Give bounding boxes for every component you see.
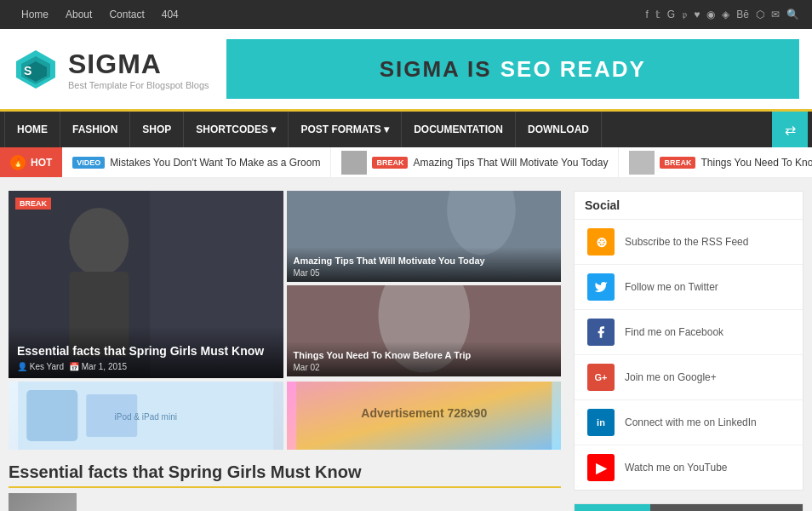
ticker-item: BREAK Things You Need To Know Before A T…: [619, 147, 812, 178]
instagram-topicon[interactable]: ⬡: [756, 9, 764, 20]
svg-rect-15: [26, 390, 77, 441]
rss-label: Subscribe to the RSS Feed: [625, 236, 748, 248]
small-post-1-title: Amazing Tips That Will Motivate You Toda…: [294, 256, 555, 267]
bottom-post-thumb: [9, 493, 77, 511]
svg-text:Advertisement 728x90: Advertisement 728x90: [361, 406, 487, 420]
main-nav: Home Fashion Shop Shortcodes ▾ Post Form…: [0, 112, 812, 147]
top-bar: Home About Contact 404 f 𝕥 G 𝔭 ♥ ◉ ◈ Bē …: [0, 0, 812, 29]
ticker-thumb: [341, 151, 367, 175]
tab-comments[interactable]: COMMENTS: [727, 504, 803, 511]
youtube-label: Watch me on YouTube: [625, 462, 728, 474]
nav-404[interactable]: 404: [153, 0, 187, 29]
nav-postformats[interactable]: Post Formats ▾: [289, 112, 402, 147]
ad-left[interactable]: iPod & iPad mini: [9, 382, 283, 450]
ticker-items: VIDEO Mistakes You Don't Want To Make as…: [62, 147, 812, 178]
twitter-icon: [587, 273, 615, 301]
top-nav: Home About Contact 404: [13, 0, 187, 29]
pinterest-topicon[interactable]: 𝔭: [682, 9, 687, 20]
featured-small-col: Amazing Tips That Will Motivate You Toda…: [287, 191, 562, 378]
banner-text1: SIGMA IS: [380, 56, 492, 83]
small-post-1-overlay: Amazing Tips That Will Motivate You Toda…: [287, 247, 562, 282]
logo-text: SIGMA Best Template For Blogspot Blogs: [68, 49, 209, 90]
tabs-header: RECENT POPULAR COMMENTS: [575, 504, 803, 511]
bottom-post-title: Essential facts that Spring Girls Must K…: [9, 458, 561, 488]
svg-text:S: S: [24, 64, 31, 78]
small-post-2-title: Things You Need To Know Before A Trip: [294, 350, 555, 361]
post-date: 📅 Mar 1, 2015: [69, 362, 127, 371]
post-author: 👤 Kes Yard: [17, 362, 64, 371]
nav-home[interactable]: Home: [13, 0, 57, 29]
main-content: BREAK Essential facts that Spring Girls …: [9, 191, 561, 511]
mail-topicon[interactable]: ✉: [771, 9, 780, 20]
hot-icon: 🔥: [10, 155, 26, 170]
gplus-icon: G+: [587, 364, 615, 391]
search-topicon[interactable]: 🔍: [786, 9, 799, 20]
ticker-thumb: [629, 151, 655, 175]
gplus-label: Join me on Google+: [625, 371, 717, 383]
small-post-1-meta: Mar 05: [294, 268, 555, 278]
social-section: Social ⊛ Subscribe to the RSS Feed Follo…: [574, 191, 803, 491]
featured-grid: BREAK Essential facts that Spring Girls …: [9, 191, 561, 378]
hot-text: HOT: [31, 157, 52, 169]
heart-topicon[interactable]: ♥: [694, 9, 700, 20]
small-post-1-date: Mar 05: [294, 268, 320, 278]
tab-popular[interactable]: POPULAR: [650, 504, 726, 511]
ticker-text-2: Amazing Tips That Will Motivate You Toda…: [413, 157, 608, 169]
ticker-text-3: Things You Need To Know Before A Trip: [700, 157, 812, 169]
small-post-2-meta: Mar 02: [294, 363, 555, 372]
nav-mainhome[interactable]: Home: [4, 112, 60, 147]
top-social-icons: f 𝕥 G 𝔭 ♥ ◉ ◈ Bē ⬡ ✉ 🔍: [646, 9, 800, 20]
social-title: Social: [575, 192, 803, 220]
bottom-post-preview: [9, 493, 561, 511]
large-post-meta: 👤 Kes Yard 📅 Mar 1, 2015: [17, 362, 275, 371]
ticker-bar: 🔥 HOT VIDEO Mistakes You Don't Want To M…: [0, 147, 812, 178]
featured-small-post-2[interactable]: Things You Need To Know Before A Trip Ma…: [287, 285, 562, 376]
twitter-topicon[interactable]: 𝕥: [655, 9, 660, 20]
break-badge-2: BREAK: [660, 157, 695, 169]
dribbble-topicon[interactable]: ◉: [706, 9, 715, 20]
tab-recent[interactable]: RECENT: [575, 504, 650, 511]
svg-text:iPod & iPad mini: iPod & iPad mini: [115, 412, 177, 422]
rss-topicon[interactable]: ◈: [722, 9, 729, 20]
site-title: SIGMA: [68, 49, 209, 80]
nav-download[interactable]: Download: [516, 112, 602, 147]
social-youtube[interactable]: ▶ Watch me on YouTube: [575, 445, 803, 490]
site-subtitle: Best Template For Blogspot Blogs: [68, 80, 209, 90]
gplus-topicon[interactable]: G: [667, 9, 675, 20]
site-header: S SIGMA Best Template For Blogspot Blogs…: [0, 29, 812, 112]
social-facebook[interactable]: Find me on Facebook: [575, 310, 803, 355]
featured-large-post[interactable]: BREAK Essential facts that Spring Girls …: [9, 191, 283, 378]
tabs-section: RECENT POPULAR COMMENTS Essential facts …: [574, 503, 803, 511]
social-linkedin[interactable]: in Connect with me on LinkedIn: [575, 400, 803, 445]
behance-topicon[interactable]: Bē: [736, 9, 749, 20]
banner-text2: SEO READY: [500, 56, 646, 83]
ticker-item: VIDEO Mistakes You Don't Want To Make as…: [62, 147, 331, 178]
logo-area: S SIGMA Best Template For Blogspot Blogs: [13, 46, 209, 93]
large-post-overlay: Essential facts that Spring Girls Must K…: [9, 326, 283, 378]
large-post-badge: BREAK: [15, 198, 51, 210]
ticker-hot-label: 🔥 HOT: [0, 147, 62, 177]
nav-about[interactable]: About: [57, 0, 100, 29]
nav-documentation[interactable]: Documentation: [402, 112, 516, 147]
facebook-icon: [587, 319, 615, 346]
shuffle-button[interactable]: ⇄: [772, 112, 808, 147]
small-post-2-overlay: Things You Need To Know Before A Trip Ma…: [287, 342, 562, 376]
youtube-icon: ▶: [587, 454, 615, 481]
nav-shop[interactable]: Shop: [130, 112, 184, 147]
sidebar: Social ⊛ Subscribe to the RSS Feed Follo…: [574, 191, 803, 511]
social-links: ⊛ Subscribe to the RSS Feed Follow me on…: [575, 220, 803, 490]
nav-fashion[interactable]: Fashion: [60, 112, 130, 147]
header-banner: SIGMA IS SEO READY: [226, 39, 800, 99]
break-badge-1: BREAK: [372, 157, 408, 169]
twitter-label: Follow me on Twitter: [625, 281, 718, 293]
facebook-topicon[interactable]: f: [646, 9, 649, 20]
video-badge: VIDEO: [72, 157, 105, 169]
social-rss[interactable]: ⊛ Subscribe to the RSS Feed: [575, 220, 803, 265]
featured-small-post-1[interactable]: Amazing Tips That Will Motivate You Toda…: [287, 191, 562, 282]
ad-right[interactable]: Advertisement 728x90: [287, 382, 562, 450]
nav-shortcodes[interactable]: Shortcodes ▾: [184, 112, 289, 147]
small-post-2-date: Mar 02: [294, 363, 320, 372]
nav-contact[interactable]: Contact: [100, 0, 152, 29]
social-twitter[interactable]: Follow me on Twitter: [575, 265, 803, 310]
social-gplus[interactable]: G+ Join me on Google+: [575, 355, 803, 400]
